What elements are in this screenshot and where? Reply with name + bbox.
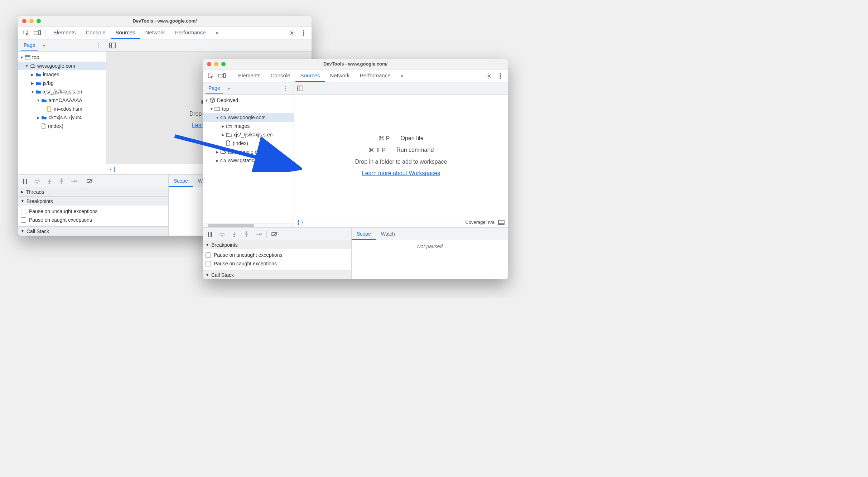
svg-point-36 [261,233,262,235]
tree-domain[interactable]: ▼ www.google.com [203,113,294,122]
tree-file-index[interactable]: (index) [18,122,106,130]
coverage-label: Coverage: n/a [465,220,495,225]
coverage-toggle-icon[interactable] [498,220,505,225]
tree-folder-am[interactable]: ▼ am=CAAAAAA [18,96,106,105]
breakpoints-section[interactable]: ▼ Breakpoints [203,240,351,249]
callstack-section[interactable]: ▼ Call Stack [18,226,168,236]
toggle-nav-icon[interactable] [109,43,116,48]
deactivate-breakpoints-icon[interactable] [86,179,94,184]
tabs-overflow-icon[interactable]: » [211,26,224,39]
tree-apis[interactable]: ▶ apis.google.com [203,148,294,156]
twisty-right-icon: ▶ [36,116,41,120]
tree-folder-images[interactable]: ▶ images [18,70,106,79]
svg-point-4 [303,30,304,32]
tab-elements[interactable]: Elements [48,26,81,39]
tab-network[interactable]: Network [140,26,170,39]
tree-folder-ck[interactable]: ▶ ck=xjs.s.7jyur4 [18,113,106,122]
tab-console[interactable]: Console [81,26,111,39]
svg-point-16 [76,180,77,182]
pretty-print-icon[interactable]: { } [298,219,303,226]
tree-top[interactable]: ▼ top [203,105,294,113]
cloud-icon [29,64,36,68]
workspaces-link[interactable]: Learn more about Workspaces [362,170,440,177]
nav-tab-page[interactable]: Page [21,39,38,51]
pause-icon[interactable] [206,232,214,237]
tab-console[interactable]: Console [266,69,295,82]
svg-point-22 [500,73,501,74]
inspect-icon[interactable] [21,28,31,38]
twisty-down-icon: ▼ [36,98,41,102]
tree-folder-xjs[interactable]: ▼ xjs/_/js/k=xjs.s.en [18,87,106,96]
window-icon [24,55,31,59]
breakpoints-section[interactable]: ▼ Breakpoints [18,196,168,206]
checkbox-icon[interactable] [21,209,26,214]
package-icon [209,97,216,103]
step-over-icon [218,232,226,237]
scope-tab[interactable]: Scope [352,228,376,240]
tree-folder-jsbg[interactable]: ▶ js/bg [18,79,106,87]
checkbox-icon[interactable] [206,261,211,266]
close-icon[interactable] [207,62,211,66]
tree-top[interactable]: ▼ top [18,53,106,62]
nav-overflow-icon[interactable]: » [225,86,232,91]
nav-overflow-icon[interactable]: » [40,43,47,48]
file-tree: ▼ Deployed ▼ top ▼ www.google.com ▶ [203,95,294,227]
folder-icon [35,81,42,85]
tab-elements[interactable]: Elements [233,69,266,82]
svg-point-21 [488,75,490,77]
tab-network[interactable]: Network [325,69,355,82]
kebab-icon[interactable] [495,71,505,81]
tree-folder-images[interactable]: ▶ images [203,122,294,130]
file-tree: ▼ top ▼ www.google.com ▶ images ▶ [18,52,106,174]
tree-file-index[interactable]: (index) [203,139,294,148]
svg-rect-29 [498,220,504,224]
editor-area: ⌘ P Open file ⌘ ⇧ P Run command Drop in … [294,95,508,227]
deactivate-breakpoints-icon[interactable] [270,232,279,237]
pause-icon[interactable] [21,179,29,184]
horizontal-scrollbar[interactable] [203,223,294,227]
tab-performance[interactable]: Performance [170,26,211,39]
nav-tab-page[interactable]: Page [206,82,223,94]
device-icon[interactable] [217,71,227,81]
pause-caught-row[interactable]: Pause on caught exceptions [21,216,165,224]
scope-tab[interactable]: Scope [169,175,193,187]
checkbox-icon[interactable] [21,217,26,223]
tab-performance[interactable]: Performance [355,69,396,82]
tree-deployed[interactable]: ▼ Deployed [203,96,294,105]
tab-sources[interactable]: Sources [295,69,325,82]
toggle-nav-icon[interactable] [297,86,303,91]
tabs-overflow-icon[interactable]: » [396,69,409,82]
pause-caught-row[interactable]: Pause on caught exceptions [206,259,348,268]
zoom-icon[interactable] [221,62,226,66]
nav-kebab-icon[interactable]: ⋮ [281,85,291,92]
watch-tab[interactable]: Watch [376,228,400,240]
pause-uncaught-row[interactable]: Pause on uncaught exceptions [21,207,165,216]
pretty-print-icon[interactable]: { } [110,166,115,173]
kebab-icon[interactable] [299,28,309,38]
tab-sources[interactable]: Sources [111,26,140,39]
zoom-icon[interactable] [37,19,41,23]
minimize-icon[interactable] [214,62,218,66]
tree-domain[interactable]: ▼ www.google.com [18,62,106,70]
settings-icon[interactable] [287,28,297,38]
nav-kebab-icon[interactable]: ⋮ [93,42,103,49]
cloud-icon [220,158,226,163]
pause-uncaught-row[interactable]: Pause on uncaught exceptions [206,251,348,259]
threads-section[interactable]: ▶ Threads [18,187,168,196]
close-icon[interactable] [22,19,26,23]
inspect-icon[interactable] [206,71,216,81]
svg-point-15 [61,178,62,179]
folder-icon [226,132,232,137]
callstack-section[interactable]: ▼ Call Stack [203,270,351,279]
tree-gstatic[interactable]: ▶ www.gstatic.com [203,156,294,165]
checkbox-icon[interactable] [206,252,211,258]
svg-point-33 [222,235,223,236]
device-icon[interactable] [32,28,42,38]
twisty-down-icon: ▼ [30,90,35,94]
file-icon [225,140,231,146]
titlebar: DevTools - www.google.com/ [203,59,508,69]
settings-icon[interactable] [484,71,494,81]
tree-file-m[interactable]: m=cdos,hsm [18,105,106,113]
tree-folder-xjs[interactable]: ▶ xjs/_/js/k=xjs.s.en [203,130,294,139]
minimize-icon[interactable] [29,19,34,23]
